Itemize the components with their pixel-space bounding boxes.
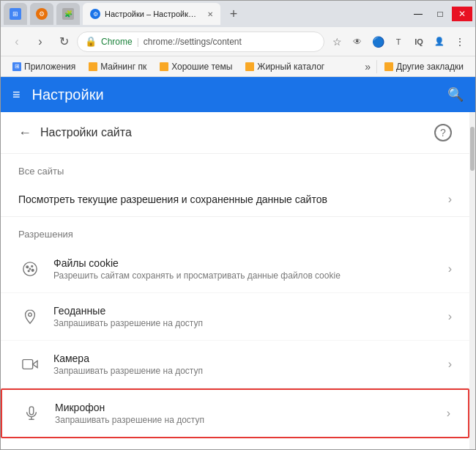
cookies-subtitle: Разрешить сайтам сохранять и просматрива… — [53, 270, 448, 281]
svg-point-2 — [31, 265, 33, 267]
all-sites-item[interactable]: Посмотреть текущие разрешения и сохранен… — [1, 182, 469, 217]
cookie-icon — [18, 257, 42, 281]
microphone-item[interactable]: Микрофон Запрашивать разрешение на досту… — [1, 388, 469, 438]
bookmarks-divider — [376, 60, 377, 73]
page-title: Настройки сайта — [40, 126, 132, 139]
ext-icon2[interactable]: 🔵 — [368, 32, 387, 51]
cookies-title: Файлы cookie — [53, 257, 448, 269]
bookmark-catalog[interactable]: Жирный каталог — [239, 60, 330, 73]
cookies-content: Файлы cookie Разрешить сайтам сохранять … — [53, 257, 448, 281]
geodata-subtitle: Запрашивать разрешение на доступ — [53, 318, 448, 328]
svg-point-6 — [29, 313, 32, 317]
tab-ext1[interactable]: ⊞ — [4, 3, 27, 25]
url-path: chrome://settings/content — [144, 37, 242, 47]
translate-icon[interactable]: T — [389, 32, 408, 51]
svg-point-3 — [31, 269, 34, 271]
tab-ext3[interactable]: 🧩 — [56, 3, 80, 25]
microphone-icon — [20, 402, 43, 425]
microphone-chevron: › — [447, 407, 450, 420]
titlebar: ⊞ ⚙ 🧩 ⚙ Настройки – Настройки сайта ✕ + … — [1, 1, 475, 27]
toolbar: ‹ › ↻ 🔒 Chrome | chrome://settings/conte… — [1, 27, 475, 56]
camera-subtitle: Запрашивать разрешение на доступ — [53, 366, 448, 376]
help-button[interactable]: ? — [434, 124, 452, 141]
minimize-button[interactable]: — — [408, 7, 428, 21]
tab-settings-active[interactable]: ⚙ Настройки – Настройки сайта ✕ — [83, 3, 220, 25]
bookmarks-more[interactable]: » — [360, 59, 375, 74]
svg-point-4 — [28, 270, 29, 272]
bookmark-mining[interactable]: Майнинг пк — [83, 60, 152, 73]
microphone-content: Микрофон Запрашивать разрешение на досту… — [55, 402, 447, 425]
reload-button[interactable]: ↻ — [53, 32, 74, 52]
header-search-icon[interactable]: 🔍 — [447, 86, 464, 103]
page-navigation: ← Настройки сайта ? — [1, 112, 469, 154]
new-tab-button[interactable]: + — [223, 4, 244, 24]
header-title: Настройки — [32, 86, 104, 103]
menu-icon[interactable]: ⋮ — [450, 32, 469, 51]
url-scheme: Chrome — [101, 37, 133, 47]
svg-point-1 — [26, 266, 29, 268]
cookies-item[interactable]: Файлы cookie Разрешить сайтам сохранять … — [1, 246, 469, 293]
tab-close-btn[interactable]: ✕ — [207, 10, 213, 18]
camera-item[interactable]: Камера Запрашивать разрешение на доступ … — [1, 341, 469, 388]
forward-button[interactable]: › — [30, 32, 51, 52]
bookmark-themes[interactable]: Хорошие темы — [154, 60, 238, 73]
all-sites-label: Все сайты — [1, 154, 469, 182]
geodata-content: Геоданные Запрашивать разрешение на дост… — [53, 305, 448, 328]
page-back-button[interactable]: ← — [18, 125, 31, 141]
browser-window: ⊞ ⚙ 🧩 ⚙ Настройки – Настройки сайта ✕ + … — [0, 0, 476, 450]
svg-rect-7 — [23, 360, 33, 369]
star-icon[interactable]: ☆ — [327, 32, 346, 51]
all-sites-chevron: › — [448, 193, 452, 206]
svg-rect-8 — [29, 407, 34, 415]
camera-icon — [18, 353, 42, 376]
geodata-chevron: › — [448, 310, 452, 323]
location-icon — [18, 305, 42, 328]
toolbar-icons: ☆ 👁 🔵 T IQ 👤 ⋮ — [327, 32, 469, 51]
geodata-title: Геоданные — [53, 305, 448, 317]
tab-ext2[interactable]: ⚙ — [30, 3, 53, 25]
chrome-header: ≡ Настройки 🔍 — [1, 77, 475, 112]
microphone-subtitle: Запрашивать разрешение на доступ — [55, 415, 447, 425]
user-icon[interactable]: 👤 — [430, 32, 449, 51]
camera-content: Камера Запрашивать разрешение на доступ — [53, 353, 448, 376]
bookmark-other[interactable]: Другие закладки — [379, 60, 469, 73]
iq-icon[interactable]: IQ — [409, 32, 428, 51]
cookies-chevron: › — [448, 262, 452, 276]
microphone-title: Микрофон — [55, 402, 447, 413]
address-bar[interactable]: 🔒 Chrome | chrome://settings/content — [77, 32, 324, 52]
all-sites-text: Посмотреть текущие разрешения и сохранен… — [18, 193, 448, 205]
maximize-button[interactable]: □ — [430, 7, 450, 21]
svg-point-5 — [29, 268, 30, 269]
hamburger-icon[interactable]: ≡ — [12, 87, 21, 103]
content-area: ← Настройки сайта ? Все сайты Посмотреть… — [1, 112, 475, 449]
back-button[interactable]: ‹ — [7, 32, 27, 52]
bookmark-apps[interactable]: ⊞ Приложения — [7, 60, 81, 73]
geodata-item[interactable]: Геоданные Запрашивать разрешение на дост… — [1, 293, 469, 341]
camera-chevron: › — [448, 358, 452, 371]
bookmarks-bar: ⊞ Приложения Майнинг пк Хорошие темы Жир… — [1, 56, 475, 77]
settings-content: ← Настройки сайта ? Все сайты Посмотреть… — [1, 112, 469, 449]
close-button[interactable]: ✕ — [452, 7, 472, 21]
scrollbar-thumb[interactable] — [470, 127, 475, 171]
ext-icon1[interactable]: 👁 — [348, 32, 367, 51]
scrollbar[interactable] — [469, 112, 475, 449]
active-tab-label: Настройки – Настройки сайта — [105, 10, 200, 18]
permissions-label: Разрешения — [1, 217, 469, 246]
window-controls: — □ ✕ — [408, 7, 472, 21]
camera-title: Камера — [53, 353, 448, 364]
